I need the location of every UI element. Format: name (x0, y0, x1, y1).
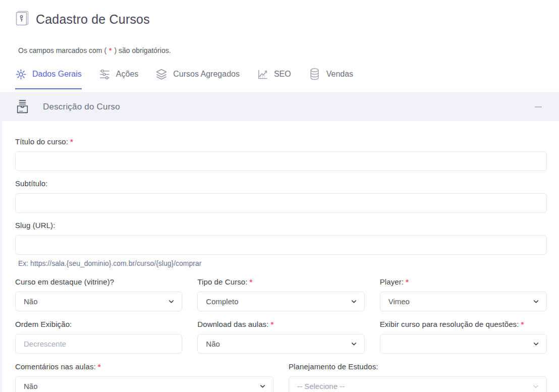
titulo-input[interactable] (15, 151, 547, 171)
ordem-label: Ordem Exibição: (15, 320, 182, 328)
layers-icon (155, 68, 167, 80)
tipo-select[interactable]: Completo (197, 292, 364, 311)
tab-acoes[interactable]: Ações (99, 68, 138, 89)
tab-label: Dados Gerais (32, 70, 82, 79)
player-select[interactable]: Vimeo (380, 292, 547, 311)
chevron-down-icon (533, 341, 539, 347)
tab-label: SEO (274, 70, 291, 79)
tab-bar: Dados Gerais Ações Cursos A (0, 68, 559, 89)
tab-dados-gerais[interactable]: Dados Gerais (15, 68, 82, 89)
exibir-select[interactable] (380, 334, 547, 354)
planejamento-label: Planejamento de Estudos: (289, 362, 547, 371)
field-subtitulo: Subtítulo: (15, 179, 547, 213)
required-asterisk: * (98, 362, 101, 371)
download-select[interactable]: Não (197, 334, 364, 354)
titulo-label: Título do curso:* (15, 137, 547, 146)
tipo-label: Tipo de Curso:* (197, 277, 364, 286)
section-header-descricao[interactable]: Descrição do Curso (0, 92, 559, 121)
required-asterisk: * (70, 137, 73, 146)
subtitulo-input[interactable] (15, 193, 547, 213)
chart-icon (257, 69, 268, 80)
section-title: Descrição do Curso (43, 102, 120, 112)
field-slug: Slug (URL): Ex: https://sala.{seu_domini… (15, 221, 547, 267)
exibir-label: Exibir curso para resolução de questões:… (380, 320, 547, 328)
required-asterisk: * (270, 320, 273, 328)
collapse-button[interactable] (533, 101, 544, 113)
required-asterisk: * (406, 277, 409, 286)
field-comentarios: Comentários nas aulas:* Não (15, 362, 273, 392)
field-download: Download das aulas:* Não (197, 320, 364, 354)
chevron-down-icon (168, 298, 175, 305)
form-row-1: Curso em destaque (vitrine)? Não Tipo de… (15, 277, 547, 311)
planejamento-select[interactable]: -- Selecione -- (289, 376, 547, 392)
required-asterisk: * (250, 277, 253, 286)
field-tipo: Tipo de Curso:* Completo (197, 277, 364, 311)
chevron-down-icon (259, 383, 266, 389)
tab-label: Ações (116, 70, 138, 79)
form-row-3: Comentários nas aulas:* Não Planejamento… (15, 362, 547, 392)
page-title: Cadastro de Cursos (36, 12, 150, 27)
form-row-2: Ordem Exibição: Download das aulas:* Não… (15, 320, 547, 354)
comentarios-label: Comentários nas aulas:* (15, 362, 273, 371)
comentarios-select[interactable]: Não (15, 376, 273, 392)
field-destaque: Curso em destaque (vitrine)? Não (15, 277, 182, 311)
archive-icon (15, 99, 30, 115)
chevron-down-icon (351, 341, 357, 347)
tab-label: Cursos Agregados (173, 70, 240, 79)
required-asterisk: * (109, 46, 111, 54)
required-note: Os campos marcados com (*) são obrigatór… (18, 46, 544, 54)
destaque-select[interactable]: Não (15, 292, 182, 311)
tab-vendas[interactable]: Vendas (308, 68, 353, 89)
required-asterisk: * (521, 320, 524, 328)
course-registration-page: Cadastro de Cursos Os campos marcados co… (0, 0, 559, 392)
section-body: Título do curso:* Subtítulo: Slug (URL):… (0, 121, 559, 392)
player-label: Player:* (380, 277, 547, 286)
chevron-down-icon (533, 298, 539, 305)
course-book-icon (15, 10, 29, 28)
tab-cursos-agregados[interactable]: Cursos Agregados (155, 68, 240, 89)
destaque-label: Curso em destaque (vitrine)? (15, 277, 182, 286)
subtitulo-label: Subtítulo: (15, 179, 547, 188)
field-titulo: Título do curso:* (15, 137, 547, 171)
slug-input[interactable] (15, 235, 547, 255)
tab-seo[interactable]: SEO (257, 68, 291, 89)
chevron-down-icon (532, 383, 539, 390)
chevron-down-icon (351, 298, 357, 305)
ordem-input[interactable] (15, 334, 182, 354)
coins-icon (308, 68, 321, 81)
download-label: Download das aulas:* (197, 320, 364, 328)
sliders-icon (99, 69, 110, 80)
field-player: Player:* Vimeo (380, 277, 547, 311)
tab-label: Vendas (326, 70, 353, 79)
field-planejamento: Planejamento de Estudos: -- Selecione -- (289, 362, 547, 392)
gear-icon (15, 69, 27, 80)
slug-label: Slug (URL): (15, 221, 547, 230)
page-header: Cadastro de Cursos (0, 0, 559, 28)
field-ordem: Ordem Exibição: (15, 320, 182, 354)
field-exibir: Exibir curso para resolução de questões:… (380, 320, 547, 354)
minus-icon (535, 106, 542, 107)
slug-hint: Ex: https://sala.{seu_dominio}.com.br/cu… (18, 259, 547, 267)
